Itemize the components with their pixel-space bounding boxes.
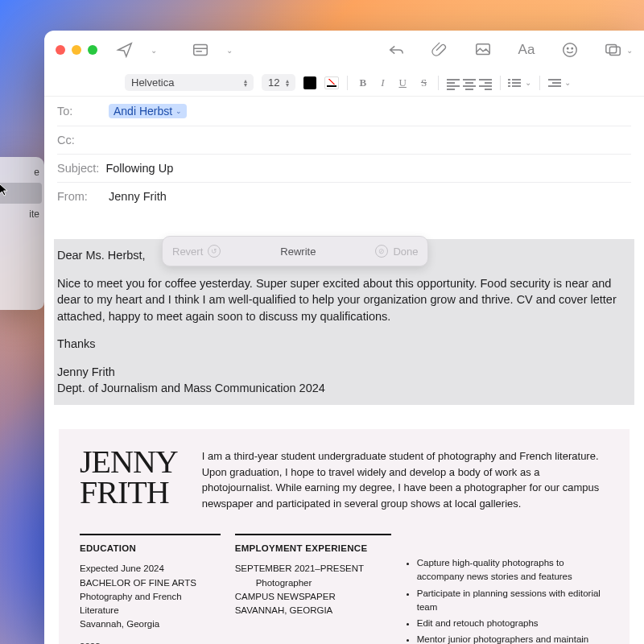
svg-point-4 [564, 43, 577, 57]
italic-button[interactable]: I [378, 76, 387, 89]
to-label: To: [57, 105, 102, 118]
rewrite-title: Rewrite [232, 246, 364, 258]
send-menu-chevron-icon[interactable]: ⌄ [151, 46, 157, 55]
resume-bullets-col: Capture high-quality photographs to acco… [406, 534, 609, 644]
window-controls [56, 45, 97, 55]
svg-rect-8 [609, 47, 620, 55]
attachment-resume: JENNY FRITH I am a third-year student un… [59, 429, 630, 644]
education-heading: EDUCATION [80, 542, 221, 555]
font-family-value: Helvetica [131, 76, 174, 89]
done-icon: ⊘ [375, 245, 388, 258]
font-family-select[interactable]: Helvetica ▴▾ [125, 74, 254, 91]
resume-name-last: FRITH [80, 477, 178, 508]
recipient-name: Andi Herbst [114, 105, 172, 118]
mail-compose-window: ⌄ ⌄ Aa [44, 31, 644, 644]
svg-rect-7 [606, 45, 617, 53]
emp-line: SAVANNAH, GEORGIA [235, 604, 391, 617]
from-field-row[interactable]: From: Jenny Frith [57, 183, 631, 210]
titlebar: ⌄ ⌄ Aa [44, 31, 644, 69]
close-window-button[interactable] [56, 45, 65, 55]
divider [438, 76, 439, 90]
done-label: Done [393, 246, 418, 258]
from-value: Jenny Frith [109, 190, 167, 203]
text-color-swatch[interactable] [303, 76, 316, 89]
insert-image-button[interactable] [472, 39, 494, 61]
font-size-select[interactable]: 12 ▴▾ [262, 74, 295, 91]
recipient-chevron-icon[interactable]: ⌄ [175, 107, 182, 115]
bold-button[interactable]: B [356, 76, 369, 89]
emoji-button[interactable] [559, 39, 581, 61]
body-signature-name: Jenny Frith [57, 364, 628, 381]
resume-bullet: Edit and retouch photographs [417, 617, 609, 630]
text-highlight-swatch[interactable] [324, 76, 339, 89]
subject-field-row[interactable]: Subject: Following Up [57, 155, 631, 183]
strike-button[interactable]: S [418, 76, 430, 89]
recipient-pill[interactable]: Andi Herbst ⌄ [109, 104, 187, 118]
emp-line: Photographer [235, 576, 391, 590]
revert-button[interactable]: Revert ↺ [172, 245, 221, 258]
header-fields: To: Andi Herbst ⌄ Cc: Subject: Following… [44, 97, 644, 210]
resume-name-first: JENNY [80, 447, 178, 477]
subject-value: Following Up [105, 162, 173, 175]
done-button[interactable]: ⊘ Done [375, 245, 418, 258]
resume-education-col: EDUCATION Expected June 2024 BACHELOR OF… [80, 534, 221, 644]
underline-button[interactable]: U [395, 76, 409, 89]
svg-rect-3 [477, 44, 490, 55]
header-menu-chevron-icon[interactable]: ⌄ [226, 46, 233, 55]
edu-line: Photography and French Literature [80, 590, 221, 618]
minimize-window-button[interactable] [72, 45, 81, 55]
zoom-window-button[interactable] [88, 45, 97, 55]
resume-employment-col: EMPLOYMENT EXPERIENCE SEPTEMBER 2021–PRE… [235, 534, 391, 644]
popover-item-selected[interactable] [0, 183, 42, 204]
align-center-button[interactable] [463, 77, 476, 89]
popover-item[interactable]: e [0, 162, 44, 183]
cc-field-row[interactable]: Cc: [57, 126, 631, 155]
employment-heading: EMPLOYMENT EXPERIENCE [235, 542, 391, 555]
resume-bullet: Mentor junior photographers and maintain… [417, 633, 609, 644]
writing-tools-popover: e ite [0, 157, 44, 310]
indent-button[interactable] [548, 77, 561, 89]
body-paragraph: Nice to meet you for coffee yesterday. S… [57, 275, 628, 325]
list-menu-chevron-icon[interactable]: ⌄ [525, 78, 531, 87]
send-button[interactable] [114, 39, 136, 61]
emp-line: CAMPUS NEWSPAPER [235, 590, 391, 604]
to-field-row[interactable]: To: Andi Herbst ⌄ [57, 97, 631, 126]
svg-rect-0 [194, 45, 208, 56]
popover-item[interactable]: ite [0, 204, 44, 225]
edu-line: Savannah, Georgia [80, 617, 221, 631]
revert-label: Revert [172, 246, 203, 258]
divider [539, 76, 540, 90]
emp-line: SEPTEMBER 2021–PRESENT [235, 562, 391, 576]
align-left-button[interactable] [447, 77, 460, 89]
edu-line: 2023 [80, 640, 221, 644]
subject-label: Subject: [57, 162, 99, 175]
photos-menu-chevron-icon[interactable]: ⌄ [626, 46, 633, 55]
body-thanks: Thanks [57, 336, 628, 353]
font-size-value: 12 [268, 76, 279, 89]
reply-button[interactable] [385, 39, 407, 61]
align-right-button[interactable] [479, 77, 492, 89]
resume-intro: I am a third-year student undergraduate … [202, 447, 609, 511]
revert-icon: ↺ [208, 245, 221, 258]
svg-point-6 [572, 47, 572, 48]
edu-line: BACHELOR OF FINE ARTS [80, 576, 221, 590]
cc-label: Cc: [57, 134, 102, 147]
resume-bullet: Participate in planning sessions with ed… [417, 587, 609, 615]
format-bar: Helvetica ▴▾ 12 ▴▾ B I U S ⌄ ⌄ [44, 69, 644, 97]
body-signature-dept: Dept. of Journalism and Mass Communicati… [57, 380, 628, 397]
stepper-icon: ▴▾ [244, 79, 247, 87]
photos-browser-button[interactable] [602, 39, 625, 61]
text-style-button[interactable]: Aa [515, 39, 538, 61]
divider [500, 76, 501, 90]
rewrite-toolbar: Revert ↺ Rewrite ⊘ Done [162, 236, 428, 266]
attach-button[interactable] [428, 39, 451, 61]
edu-line: Expected June 2024 [80, 562, 221, 576]
divider [347, 76, 348, 90]
from-label: From: [57, 190, 102, 203]
stepper-icon: ▴▾ [286, 79, 289, 87]
resume-bullet: Capture high-quality photographs to acco… [417, 556, 609, 584]
list-button[interactable] [509, 77, 522, 89]
header-fields-button[interactable] [189, 39, 212, 61]
indent-menu-chevron-icon[interactable]: ⌄ [564, 78, 571, 87]
svg-point-5 [568, 47, 568, 48]
